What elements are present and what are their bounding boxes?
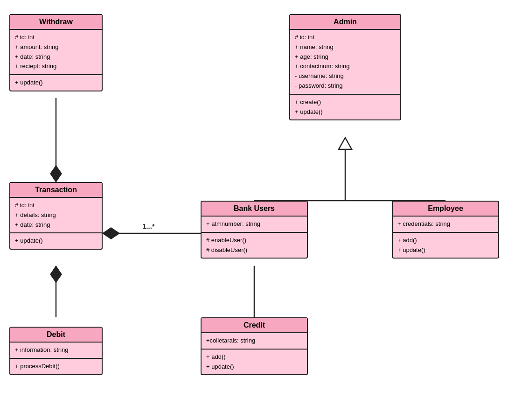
transaction-class: Transaction # id: int + details: string …: [9, 182, 103, 250]
employee-attr-1: + credentials: string: [397, 219, 494, 229]
admin-attr-5: - username: string: [295, 71, 396, 81]
transaction-method-1: + update(): [15, 236, 97, 246]
debit-class: Debit + information: string + processDeb…: [9, 327, 103, 375]
transaction-attr-3: + date: string: [15, 220, 97, 230]
debit-header: Debit: [10, 328, 102, 343]
admin-attr-1: # id: int: [295, 33, 396, 42]
uml-diagram: 1...* Withdraw # id: int + amount: strin…: [0, 0, 529, 420]
credit-method-1: + add(): [206, 352, 302, 362]
withdraw-method-1: + update(): [15, 78, 97, 88]
bankusers-methods: # enableUser() # disableUser(): [202, 233, 307, 258]
employee-methods: + add() + update(): [393, 233, 498, 258]
withdraw-attributes: # id: int + amount: string + date: strin…: [10, 30, 102, 75]
admin-header: Admin: [290, 15, 400, 30]
transaction-attr-2: + details: string: [15, 210, 97, 220]
withdraw-attr-3: + date: string: [15, 52, 97, 62]
debit-attr-1: + information: string: [15, 345, 97, 355]
withdraw-header: Withdraw: [10, 15, 102, 30]
transaction-attributes: # id: int + details: string + date: stri…: [10, 198, 102, 233]
transaction-methods: + update(): [10, 233, 102, 249]
bankusers-header: Bank Users: [202, 202, 307, 217]
debit-methods: + processDebit(): [10, 359, 102, 374]
admin-class: Admin # id: int + name: string + age: st…: [289, 14, 401, 120]
transaction-header: Transaction: [10, 183, 102, 198]
bankusers-attr-1: + atmnumber: string: [206, 219, 302, 229]
admin-attr-4: + contactnum: string: [295, 62, 396, 71]
employee-attributes: + credentials: string: [393, 217, 498, 233]
credit-class: Credit +colletarals: string + add() + up…: [201, 317, 308, 375]
employee-header: Employee: [393, 202, 498, 217]
withdraw-class: Withdraw # id: int + amount: string + da…: [9, 14, 103, 91]
employee-class: Employee + credentials: string + add() +…: [392, 201, 499, 259]
admin-methods: + create() + update(): [290, 95, 400, 120]
credit-header: Credit: [202, 318, 307, 333]
employee-method-1: + add(): [397, 236, 494, 245]
svg-marker-3: [50, 266, 62, 282]
credit-method-2: + update(): [206, 362, 302, 372]
admin-attributes: # id: int + name: string + age: string +…: [290, 30, 400, 95]
employee-method-2: + update(): [397, 245, 494, 255]
svg-marker-5: [103, 228, 119, 239]
debit-attributes: + information: string: [10, 343, 102, 359]
withdraw-attr-4: + reciept: string: [15, 62, 97, 71]
bankusers-method-2: # disableUser(): [206, 245, 302, 255]
credit-attributes: +colletarals: string: [202, 333, 307, 350]
admin-method-2: + update(): [295, 107, 396, 117]
svg-marker-9: [339, 138, 352, 149]
withdraw-attr-2: + amount: string: [15, 42, 97, 52]
debit-method-1: + processDebit(): [15, 362, 97, 371]
bankusers-attributes: + atmnumber: string: [202, 217, 307, 233]
svg-text:1...*: 1...*: [142, 222, 155, 230]
admin-attr-3: + age: string: [295, 52, 396, 62]
bankusers-class: Bank Users + atmnumber: string # enableU…: [201, 201, 308, 259]
withdraw-methods: + update(): [10, 75, 102, 91]
transaction-attr-1: # id: int: [15, 201, 97, 210]
admin-attr-2: + name: string: [295, 42, 396, 52]
credit-methods: + add() + update(): [202, 350, 307, 375]
credit-attr-1: +colletarals: string: [206, 336, 302, 346]
withdraw-attr-1: # id: int: [15, 33, 97, 42]
svg-marker-1: [50, 166, 62, 182]
admin-method-1: + create(): [295, 98, 396, 107]
admin-attr-6: - password: string: [295, 81, 396, 91]
bankusers-method-1: # enableUser(): [206, 236, 302, 245]
